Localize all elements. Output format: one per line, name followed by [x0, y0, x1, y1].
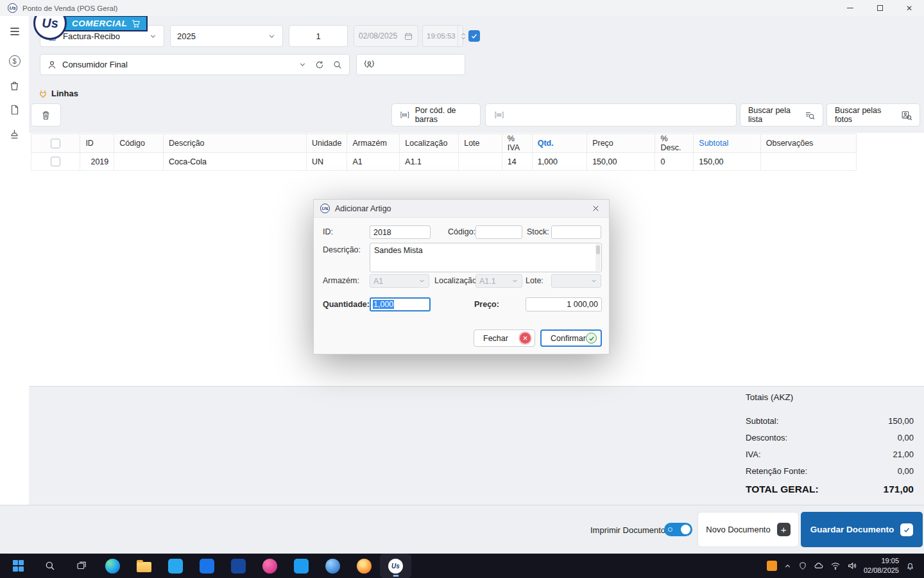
- descricao-value: Sandes Mista: [374, 246, 423, 255]
- col-iva[interactable]: % IVA: [502, 134, 532, 153]
- col-preco[interactable]: Preço: [587, 134, 655, 153]
- taskbar-app-code[interactable]: [160, 554, 191, 578]
- maximize-button[interactable]: [865, 0, 894, 16]
- table-row[interactable]: 2019 Coca-Cola UN A1 A1.1 14 1,000 150,0…: [31, 153, 857, 171]
- minimize-button[interactable]: [835, 0, 865, 16]
- codigo-input[interactable]: [475, 225, 522, 239]
- notifications-icon[interactable]: [905, 561, 915, 571]
- cell-unidade: UN: [306, 153, 347, 171]
- preco-input[interactable]: 1 000,00: [526, 297, 602, 311]
- total-label: TOTAL GERAL:: [746, 484, 819, 495]
- header-checkbox[interactable]: [468, 30, 480, 42]
- new-document-button[interactable]: Novo Documento +: [697, 512, 799, 547]
- col-codigo[interactable]: Código: [114, 134, 164, 153]
- col-descricao[interactable]: Descrição: [163, 134, 306, 153]
- chevron-down-icon[interactable]: [298, 60, 307, 69]
- select-all-checkbox[interactable]: [51, 139, 60, 148]
- table-header-row: ID Código Descrição Unidade Armazém Loca…: [31, 134, 857, 153]
- close-button[interactable]: ✕: [894, 0, 924, 16]
- taskbar-app-pos-active[interactable]: Us: [380, 554, 411, 578]
- save-document-button[interactable]: Guardar Documento: [801, 512, 923, 547]
- wifi-icon[interactable]: [830, 561, 841, 571]
- confirmar-button[interactable]: Confirmar: [540, 329, 602, 347]
- lines-icon: [38, 89, 47, 98]
- customer-select[interactable]: Consumidor Final: [40, 54, 350, 75]
- row-checkbox[interactable]: [51, 157, 60, 166]
- armazem-select[interactable]: A1: [370, 274, 429, 288]
- doc-number-input[interactable]: 1: [289, 25, 348, 47]
- cell-iva: 14: [502, 153, 532, 171]
- col-armazem[interactable]: Armazém: [347, 134, 400, 153]
- refresh-icon[interactable]: [314, 60, 325, 70]
- taskbar-app-sphere[interactable]: [317, 554, 348, 578]
- col-qtd[interactable]: Qtd.: [532, 134, 586, 153]
- menu-button[interactable]: [4, 21, 25, 42]
- textarea-scrollbar[interactable]: [595, 244, 601, 271]
- barcode-mode-button[interactable]: Por cód. de barras: [391, 103, 481, 127]
- col-localizacao[interactable]: Localização: [400, 134, 459, 153]
- col-unidade[interactable]: Unidade: [306, 134, 347, 153]
- cell-desc: 0: [655, 153, 694, 171]
- taskbar-clock[interactable]: 19:05 02/08/2025: [864, 556, 899, 575]
- lote-select[interactable]: [551, 274, 601, 288]
- fechar-label: Fechar: [483, 334, 508, 343]
- quantidade-label: Quantidade:: [323, 300, 370, 309]
- date-input[interactable]: 02/08/2025: [354, 25, 418, 47]
- taskbar-app-pink[interactable]: [254, 554, 286, 578]
- taskbar-app-firefox[interactable]: [348, 554, 380, 578]
- cell-codigo: [114, 153, 164, 171]
- search-icon[interactable]: [332, 60, 343, 70]
- col-lote[interactable]: Lote: [459, 134, 502, 153]
- task-view-button[interactable]: [65, 554, 97, 578]
- sidebar-item-documents[interactable]: [4, 100, 25, 120]
- chevron-down-icon: [590, 277, 597, 285]
- time-spinner[interactable]: [458, 26, 466, 46]
- dialog-close-button[interactable]: [588, 202, 603, 216]
- tray-expand-icon[interactable]: [783, 562, 792, 570]
- search-icon: [44, 560, 56, 572]
- col-desc[interactable]: % Desc.: [655, 134, 694, 153]
- sidebar-item-scale[interactable]: [4, 124, 25, 144]
- col-observacoes[interactable]: Observações: [760, 134, 856, 153]
- print-document-toggle[interactable]: [664, 523, 692, 536]
- sidebar-item-cash[interactable]: $: [4, 51, 25, 71]
- tray-notification-icon[interactable]: [767, 561, 777, 571]
- delete-line-button[interactable]: [31, 103, 61, 127]
- hamburger-icon: [8, 25, 21, 38]
- pos-app-icon: Us: [388, 559, 403, 574]
- taskbar-app-vscode[interactable]: [286, 554, 317, 578]
- scale-icon: [8, 128, 21, 141]
- total-value: 171,00: [884, 484, 914, 495]
- search-list-button[interactable]: Buscar pela lista: [740, 103, 823, 127]
- dialog-logo-text: Us: [321, 206, 328, 211]
- cell-armazem: A1: [347, 153, 400, 171]
- stock-input[interactable]: [551, 225, 601, 239]
- col-id[interactable]: ID: [80, 134, 114, 153]
- cell-preco: 150,00: [587, 153, 655, 171]
- firefox-icon: [357, 559, 372, 574]
- trash-icon: [40, 110, 51, 121]
- taskbar-app-edge[interactable]: [97, 554, 128, 578]
- descontos-label: Descontos:: [746, 433, 787, 442]
- customer-lookup-button[interactable]: [356, 54, 465, 75]
- dialog-title: Adicionar Artigo: [335, 204, 391, 213]
- time-input[interactable]: 19:05:53: [422, 25, 463, 47]
- taskbar-app-office[interactable]: [223, 554, 254, 578]
- descricao-textarea[interactable]: Sandes Mista: [370, 243, 602, 272]
- col-subtotal[interactable]: Subtotal: [694, 134, 760, 153]
- sidebar-item-products[interactable]: [4, 75, 25, 96]
- taskbar-app-file-explorer[interactable]: [128, 554, 160, 578]
- volume-icon[interactable]: [847, 561, 857, 571]
- shield-icon[interactable]: [798, 561, 807, 570]
- fechar-button[interactable]: Fechar: [474, 329, 535, 347]
- localizacao-select[interactable]: A1.1: [475, 274, 522, 288]
- id-input[interactable]: 2018: [370, 225, 431, 239]
- taskbar-search-button[interactable]: [34, 554, 65, 578]
- year-select[interactable]: 2025: [170, 25, 283, 47]
- quantidade-input[interactable]: 1,000: [370, 297, 431, 311]
- start-button[interactable]: [3, 554, 34, 578]
- search-photos-button[interactable]: Buscar pelas fotos: [826, 103, 920, 127]
- cloud-icon[interactable]: [814, 561, 824, 571]
- barcode-input[interactable]: [485, 103, 737, 127]
- taskbar-app-store[interactable]: [191, 554, 223, 578]
